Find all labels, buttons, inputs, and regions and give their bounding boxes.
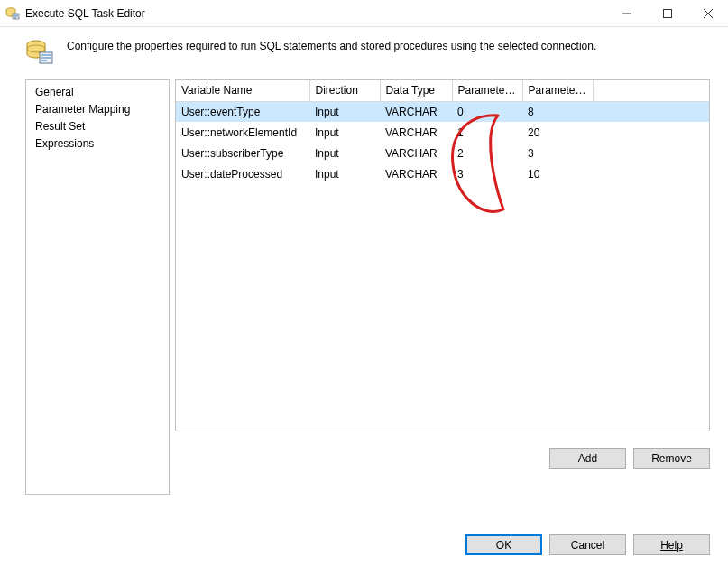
col-direction[interactable]: Direction: [309, 80, 380, 101]
remove-button[interactable]: Remove: [633, 448, 710, 469]
cell-variable-name[interactable]: User::dateProcessed: [176, 163, 309, 184]
svg-rect-3: [663, 9, 671, 17]
col-variable-name[interactable]: Variable Name: [176, 80, 309, 101]
nav-item-general[interactable]: General: [26, 84, 169, 101]
window-controls: [606, 0, 728, 27]
nav-item-expressions[interactable]: Expressions: [26, 135, 169, 153]
task-icon: [25, 38, 54, 67]
parameter-grid[interactable]: Variable Name Direction Data Type Parame…: [175, 79, 710, 431]
cell-parameter-name[interactable]: 2: [452, 143, 522, 163]
cell-parameter-name[interactable]: 0: [452, 101, 522, 122]
nav-item-parameter-mapping[interactable]: Parameter Mapping: [26, 101, 169, 118]
nav-pane: General Parameter Mapping Result Set Exp…: [25, 79, 170, 495]
grid-button-row: Add Remove: [175, 431, 710, 469]
col-data-type[interactable]: Data Type: [380, 80, 452, 101]
cell-direction[interactable]: Input: [309, 163, 380, 184]
cell-data-type[interactable]: VARCHAR: [380, 143, 452, 163]
help-button[interactable]: Help: [633, 534, 710, 555]
ok-button[interactable]: OK: [465, 534, 542, 555]
dialog-footer: OK Cancel Help: [465, 534, 710, 555]
minimize-button[interactable]: [606, 0, 647, 27]
cell-parameter-size[interactable]: 20: [522, 122, 593, 143]
cancel-button[interactable]: Cancel: [549, 534, 626, 555]
grid-row[interactable]: User::subscriberTypeInputVARCHAR23: [176, 143, 709, 163]
col-filler: [593, 80, 709, 101]
col-parameter-size[interactable]: Parameter ...: [522, 80, 593, 101]
titlebar: Execute SQL Task Editor: [0, 0, 728, 27]
nav-item-result-set[interactable]: Result Set: [26, 118, 169, 135]
col-parameter-name[interactable]: Parameter ...: [452, 80, 522, 101]
cell-parameter-size[interactable]: 10: [522, 163, 593, 184]
grid-header-row: Variable Name Direction Data Type Parame…: [176, 80, 709, 101]
cell-parameter-name[interactable]: 1: [452, 122, 522, 143]
cell-filler: [593, 143, 709, 163]
add-button[interactable]: Add: [549, 448, 626, 469]
cell-filler: [593, 163, 709, 184]
close-button[interactable]: [687, 0, 728, 27]
grid-row[interactable]: User::eventTypeInputVARCHAR08: [176, 101, 709, 122]
grid-row[interactable]: User::networkElementIdInputVARCHAR120: [176, 122, 709, 143]
cell-parameter-name[interactable]: 3: [452, 163, 522, 184]
cell-variable-name[interactable]: User::subscriberType: [176, 143, 309, 163]
cell-direction[interactable]: Input: [309, 143, 380, 163]
maximize-button[interactable]: [647, 0, 687, 27]
grid-row[interactable]: User::dateProcessedInputVARCHAR310: [176, 163, 709, 184]
header-description: Configure the properties required to run…: [67, 38, 596, 52]
window-title: Execute SQL Task Editor: [25, 7, 145, 20]
cell-parameter-size[interactable]: 8: [522, 101, 593, 122]
header-area: Configure the properties required to run…: [0, 27, 728, 79]
cell-variable-name[interactable]: User::eventType: [176, 101, 309, 122]
app-icon: [5, 6, 20, 21]
cell-filler: [593, 101, 709, 122]
cell-filler: [593, 122, 709, 143]
cell-parameter-size[interactable]: 3: [522, 143, 593, 163]
cell-data-type[interactable]: VARCHAR: [380, 163, 452, 184]
cell-data-type[interactable]: VARCHAR: [380, 122, 452, 143]
cell-direction[interactable]: Input: [309, 122, 380, 143]
cell-variable-name[interactable]: User::networkElementId: [176, 122, 309, 143]
cell-data-type[interactable]: VARCHAR: [380, 101, 452, 122]
cell-direction[interactable]: Input: [309, 101, 380, 122]
